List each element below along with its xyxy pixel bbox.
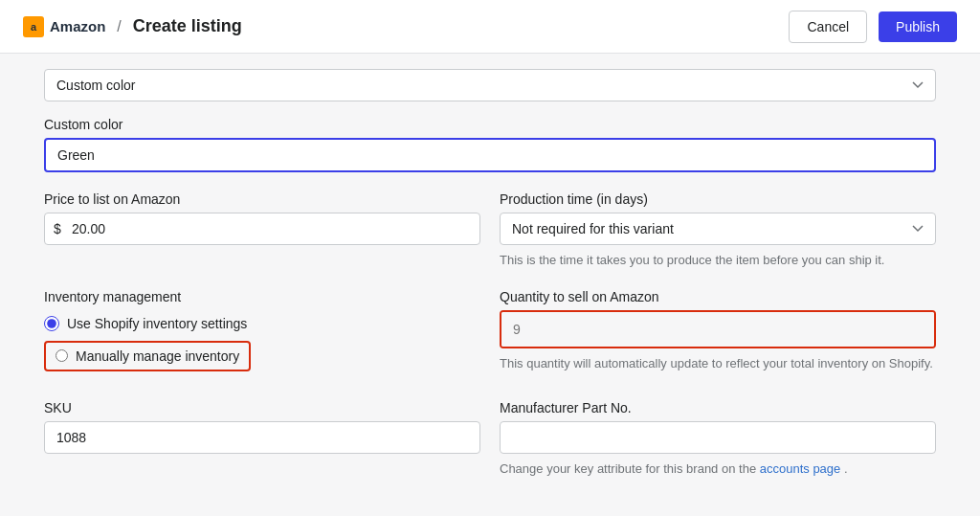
price-prefix: $ bbox=[54, 221, 61, 236]
custom-color-input[interactable] bbox=[44, 138, 936, 172]
cancel-button[interactable]: Cancel bbox=[789, 11, 867, 43]
quantity-container bbox=[500, 310, 936, 348]
breadcrumb: a Amazon / Create listing bbox=[23, 16, 242, 37]
sku-manufacturer-row: SKU Manufacturer Part No. Change your ke… bbox=[44, 400, 936, 479]
price-input-wrapper: $ bbox=[44, 213, 480, 245]
custom-color-select[interactable]: Custom color bbox=[44, 69, 936, 101]
amazon-icon: a bbox=[23, 16, 44, 37]
price-section: Price to list on Amazon $ bbox=[44, 191, 480, 270]
custom-color-section: Custom color bbox=[44, 117, 936, 172]
manually-manage-radio[interactable] bbox=[56, 349, 68, 362]
production-time-select[interactable]: Not required for this variant bbox=[500, 213, 936, 245]
use-shopify-radio[interactable] bbox=[44, 316, 59, 331]
inventory-row: Inventory management Use Shopify invento… bbox=[44, 289, 936, 381]
main-content: Custom color Custom color Price to list … bbox=[21, 54, 959, 508]
use-shopify-label: Use Shopify inventory settings bbox=[67, 316, 247, 331]
sku-section: SKU bbox=[44, 400, 480, 479]
sku-input[interactable] bbox=[44, 421, 480, 454]
page-title: Create listing bbox=[133, 16, 242, 36]
inventory-management-label: Inventory management bbox=[44, 289, 480, 304]
quantity-help: This quantity will automatically update … bbox=[500, 354, 936, 373]
custom-color-dropdown-row: Custom color bbox=[44, 69, 936, 101]
manually-manage-label: Manually manage inventory bbox=[76, 348, 239, 364]
manufacturer-input[interactable] bbox=[500, 421, 936, 454]
quantity-section: Quantity to sell on Amazon This quantity… bbox=[500, 289, 936, 381]
price-input[interactable] bbox=[44, 213, 480, 245]
breadcrumb-separator: / bbox=[117, 18, 121, 35]
header: a Amazon / Create listing Cancel Publish bbox=[0, 0, 980, 54]
use-shopify-option[interactable]: Use Shopify inventory settings bbox=[44, 316, 480, 331]
price-label: Price to list on Amazon bbox=[44, 191, 480, 207]
custom-color-label: Custom color bbox=[44, 117, 936, 132]
amazon-logo: a Amazon bbox=[23, 16, 105, 37]
manufacturer-label: Manufacturer Part No. bbox=[500, 400, 936, 415]
accounts-page-link[interactable]: accounts page bbox=[760, 461, 841, 476]
amazon-label: Amazon bbox=[50, 18, 105, 34]
publish-button[interactable]: Publish bbox=[879, 11, 957, 42]
price-production-row: Price to list on Amazon $ Production tim… bbox=[44, 191, 936, 270]
production-time-label: Production time (in days) bbox=[500, 191, 936, 207]
manufacturer-section: Manufacturer Part No. Change your key at… bbox=[500, 400, 936, 479]
sku-label: SKU bbox=[44, 400, 480, 415]
inventory-management-section: Inventory management Use Shopify invento… bbox=[44, 289, 480, 381]
bottom-help-suffix: . bbox=[844, 461, 848, 476]
production-time-help: This is the time it takes you to produce… bbox=[500, 251, 936, 270]
bottom-help-text: Change your key attribute for this brand… bbox=[500, 461, 756, 476]
production-time-section: Production time (in days) Not required f… bbox=[500, 191, 936, 270]
header-actions: Cancel Publish bbox=[789, 11, 957, 43]
manually-manage-option[interactable]: Manually manage inventory bbox=[44, 341, 251, 371]
quantity-label: Quantity to sell on Amazon bbox=[500, 289, 936, 304]
accounts-help: Change your key attribute for this brand… bbox=[500, 460, 936, 479]
quantity-input[interactable] bbox=[501, 312, 934, 347]
